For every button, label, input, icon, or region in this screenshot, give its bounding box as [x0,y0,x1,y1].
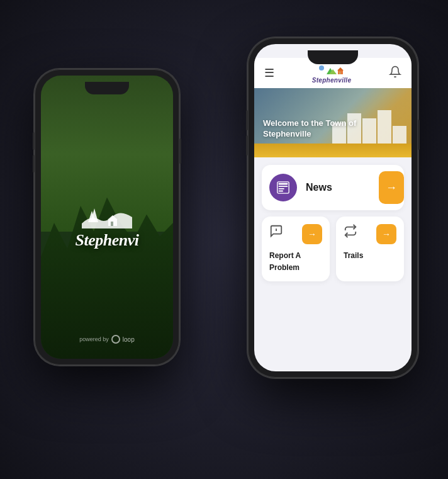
app-logo: Stephenville [312,63,352,84]
left-phone: Stephenvi powered by loop [35,69,179,365]
left-phone-screen: Stephenvi powered by loop [41,76,173,359]
loop-icon [111,335,120,344]
hero-flowers [254,144,412,157]
trails-card[interactable]: → Trails [336,217,404,281]
trails-card-top: → [344,224,396,244]
hero-banner: Welcome to the Town of Stephenville [254,88,412,157]
report-problem-card[interactable]: → Report A Problem [262,217,330,281]
svg-rect-10 [339,72,341,74]
hamburger-icon[interactable]: ☰ [264,67,274,79]
report-icon [269,224,283,241]
report-arrow-button[interactable]: → [302,224,322,244]
power-button-right [418,120,420,150]
svg-point-5 [319,65,324,70]
svg-rect-11 [279,183,288,185]
volume-up-button-left [33,132,35,150]
hero-text: Welcome to the Town of Stephenville [263,118,356,140]
report-card-top: → [269,224,322,244]
report-label: Report A Problem [269,251,301,272]
stephenville-logo-icon [82,203,132,228]
news-label: News [306,182,379,193]
svg-rect-14 [279,191,283,192]
news-arrow-button[interactable]: → [379,171,404,204]
news-card[interactable]: News → [262,165,404,210]
trails-arrow-button[interactable]: → [376,224,396,244]
news-icon [276,181,290,194]
news-icon-wrap [269,174,297,201]
app-content: News → [254,157,412,289]
stephenville-header-logo [316,63,347,77]
svg-rect-13 [279,188,284,189]
splash-screen: Stephenvi powered by loop [41,76,173,359]
splash-logo-area: Stephenvi [76,203,139,250]
power-button-left [179,138,181,164]
right-phone-screen: ☰ Stephenville [254,44,412,371]
notification-bell-icon[interactable] [389,65,401,81]
trails-label: Trails [344,251,363,260]
app-name-label: Stephenville [312,77,352,84]
right-phone-notch [308,50,358,64]
svg-marker-9 [337,67,344,70]
left-phone-notch [85,82,129,94]
volume-down-button-right [246,135,248,155]
bottom-row: → Report A Problem [262,217,404,281]
svg-rect-4 [111,222,113,226]
svg-rect-12 [279,186,288,187]
splash-logo-text: Stephenvi [76,231,139,249]
volume-down-button-left [33,155,35,172]
trails-icon [344,224,357,241]
right-phone: ☰ Stephenville [248,38,418,378]
volume-up-button-right [246,110,248,130]
powered-by-label: powered by loop [41,335,173,344]
